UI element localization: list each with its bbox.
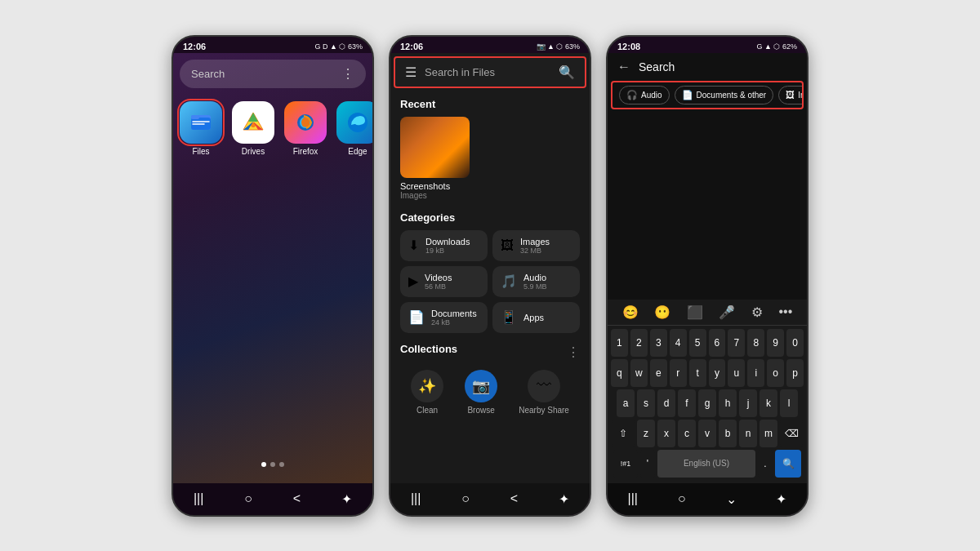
key-y[interactable]: y	[709, 359, 726, 387]
key-comma[interactable]: '	[640, 450, 655, 478]
phone3-frame: 12:08 G ▲ ⬡ 62% ← Search 🎧 Audio 📄 Docum…	[606, 35, 808, 517]
category-apps[interactable]: 📱 Apps	[492, 302, 580, 333]
phone1-drives-app[interactable]: Drives	[232, 101, 274, 156]
phone1-nav-back[interactable]: <	[293, 491, 301, 506]
key-s[interactable]: s	[637, 389, 655, 417]
key-6[interactable]: 6	[709, 329, 726, 357]
phone1-edge-app[interactable]: Edge	[336, 101, 374, 156]
drives-icon[interactable]	[232, 101, 274, 144]
key-l[interactable]: l	[780, 389, 798, 417]
asdf-row: a s d f g h j k l	[611, 389, 804, 417]
key-v[interactable]: v	[698, 420, 716, 447]
key-o[interactable]: o	[767, 359, 784, 387]
settings-tool[interactable]: ⚙	[751, 304, 763, 320]
phone1-search-bar[interactable]: Search ⋮	[180, 60, 366, 88]
key-1[interactable]: 1	[611, 329, 628, 357]
key-backspace[interactable]: ⌫	[780, 420, 803, 447]
emoji-tool[interactable]: 😊	[622, 304, 639, 320]
downloads-size: 19 kB	[425, 247, 470, 255]
phone3-status-icons: G ▲ ⬡ 62%	[757, 42, 797, 51]
phone1-nav-assist[interactable]: ✦	[341, 491, 352, 507]
number-row: 1 2 3 4 5 6 7 8 9 0	[611, 329, 804, 357]
phone3-nav-recent[interactable]: |||	[627, 491, 637, 506]
key-i[interactable]: i	[747, 359, 764, 387]
key-search[interactable]: 🔍	[775, 450, 801, 478]
videos-icon: ▶	[408, 273, 418, 289]
key-h[interactable]: h	[719, 389, 737, 417]
key-9[interactable]: 9	[767, 329, 784, 357]
key-7[interactable]: 7	[728, 329, 745, 357]
edge-icon[interactable]	[336, 101, 374, 144]
gif-tool[interactable]: ⬛	[687, 304, 703, 320]
key-period[interactable]: .	[758, 450, 773, 478]
phone3-nav-assist[interactable]: ✦	[776, 491, 786, 507]
key-q[interactable]: q	[611, 359, 628, 387]
back-arrow-icon[interactable]: ←	[617, 60, 630, 74]
category-downloads[interactable]: ⬇ Downloads 19 kB	[400, 230, 488, 261]
phone1-files-app[interactable]: Files	[180, 101, 222, 156]
key-8[interactable]: 8	[747, 329, 764, 357]
phone1-more-icon[interactable]: ⋮	[341, 66, 354, 82]
more-tool[interactable]: •••	[778, 304, 792, 320]
phone3-nav-home[interactable]: ○	[678, 491, 686, 506]
recent-item[interactable]: Screenshots Images	[400, 117, 580, 200]
key-3[interactable]: 3	[650, 329, 667, 357]
key-5[interactable]: 5	[689, 329, 706, 357]
key-n[interactable]: n	[739, 420, 757, 447]
chip-audio[interactable]: 🎧 Audio	[619, 86, 670, 104]
phone1-nav-home[interactable]: ○	[244, 491, 252, 506]
phone2-nav-assist[interactable]: ✦	[559, 491, 569, 507]
key-symbols[interactable]: !#1	[613, 450, 638, 478]
key-t[interactable]: t	[689, 359, 706, 387]
collections-more-icon[interactable]: ⋮	[567, 344, 580, 360]
clean-icon: ✨	[411, 370, 443, 402]
chip-documents[interactable]: 📄 Documents & other	[675, 86, 774, 104]
key-4[interactable]: 4	[670, 329, 687, 357]
key-space[interactable]: English (US)	[657, 450, 755, 478]
chip-images[interactable]: 🖼 Ima...	[778, 86, 804, 104]
documents-icon: 📄	[408, 309, 425, 325]
phone1-nav-recent[interactable]: |||	[194, 491, 203, 506]
hamburger-icon[interactable]: ☰	[405, 64, 416, 80]
sticker-tool[interactable]: 😶	[654, 304, 670, 320]
collection-nearby-share[interactable]: 〰 Nearby Share	[519, 370, 569, 415]
files-icon[interactable]	[180, 101, 222, 144]
collection-clean[interactable]: ✨ Clean	[411, 370, 443, 415]
key-shift[interactable]: ⇧	[612, 420, 635, 447]
key-x[interactable]: x	[657, 420, 675, 447]
key-c[interactable]: c	[678, 420, 696, 447]
phone2-nav-recent[interactable]: |||	[411, 491, 421, 506]
key-a[interactable]: a	[617, 389, 635, 417]
key-2[interactable]: 2	[630, 329, 648, 357]
key-u[interactable]: u	[728, 359, 745, 387]
key-z[interactable]: z	[637, 420, 655, 447]
voice-tool[interactable]: 🎤	[719, 304, 735, 320]
category-videos[interactable]: ▶ Videos 56 MB	[400, 266, 488, 297]
key-d[interactable]: d	[657, 389, 675, 417]
firefox-icon[interactable]	[284, 101, 327, 144]
phone2-nav-back[interactable]: <	[510, 491, 518, 506]
key-r[interactable]: r	[670, 359, 687, 387]
key-b[interactable]: b	[719, 420, 737, 447]
key-w[interactable]: w	[630, 359, 648, 387]
key-m[interactable]: m	[760, 420, 777, 447]
key-f[interactable]: f	[678, 389, 696, 417]
phone3-nav-down[interactable]: ⌄	[726, 491, 737, 507]
phone2-nav-home[interactable]: ○	[461, 491, 470, 506]
key-k[interactable]: k	[760, 389, 777, 417]
key-j[interactable]: j	[739, 389, 757, 417]
audio-name: Audio	[523, 273, 547, 282]
key-e[interactable]: e	[650, 359, 667, 387]
category-images[interactable]: 🖼 Images 32 MB	[492, 230, 580, 261]
search-button[interactable]: 🔍	[559, 64, 575, 80]
key-g[interactable]: g	[698, 389, 716, 417]
collection-browse[interactable]: 📷 Browse	[465, 370, 497, 415]
category-audio[interactable]: 🎵 Audio 5.9 MB	[492, 266, 580, 297]
phone1-firefox-app[interactable]: Firefox	[284, 101, 327, 156]
key-p[interactable]: p	[786, 359, 804, 387]
key-0[interactable]: 0	[786, 329, 804, 357]
phone2-status-bar: 12:06 📷 ▲ ⬡ 63%	[390, 37, 590, 53]
files-search-header[interactable]: ☰ Search in Files 🔍	[394, 56, 586, 88]
search-in-files-text[interactable]: Search in Files	[425, 66, 550, 78]
category-documents[interactable]: 📄 Documents 24 kB	[400, 302, 488, 333]
